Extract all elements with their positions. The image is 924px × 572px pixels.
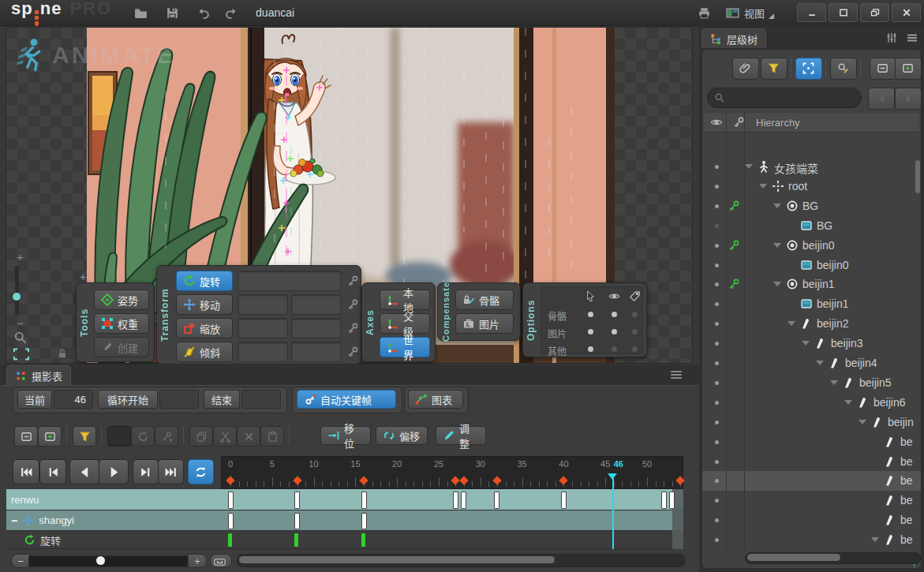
keyframe-diamond[interactable] (451, 476, 459, 484)
expander-icon[interactable] (773, 204, 781, 208)
tree-row-beijin0[interactable]: beijin0 (702, 236, 921, 256)
tree-row-beijin6[interactable]: beijin6 (702, 393, 921, 413)
tree-row-beijin0[interactable]: beijin0 (702, 256, 921, 275)
shift-button[interactable]: 移位 (320, 426, 371, 445)
clean-keys-button[interactable] (155, 426, 178, 447)
visibility-dot[interactable] (715, 185, 719, 189)
visibility-dot[interactable] (715, 401, 719, 405)
options-dot[interactable] (588, 329, 593, 335)
keyframe-bar[interactable] (294, 513, 300, 529)
transform-button-rotate[interactable]: 旋转 (176, 271, 233, 291)
key-button[interactable] (346, 298, 359, 311)
options-dot[interactable] (588, 312, 593, 317)
expand-all-button[interactable] (895, 58, 922, 80)
lock-icon[interactable] (57, 348, 68, 359)
key-button[interactable] (346, 275, 359, 287)
transform-value-field-y[interactable] (291, 318, 342, 338)
keyframe-diamond[interactable] (559, 476, 568, 484)
search-prev-button[interactable] (868, 88, 895, 110)
expand-all-button[interactable] (38, 426, 62, 447)
search-next-button[interactable] (895, 88, 922, 110)
loop-button[interactable] (188, 459, 214, 484)
play-back-button[interactable] (69, 459, 99, 484)
axes-button-2[interactable]: 世界 (380, 337, 430, 357)
rotate-keyframe[interactable] (361, 533, 365, 547)
tree-row-beijin2[interactable]: beijin2 (702, 314, 921, 334)
visibility-dot[interactable] (715, 538, 719, 542)
delete-button[interactable] (237, 426, 260, 447)
timeline-zoom-handle[interactable] (96, 556, 105, 565)
visibility-dot[interactable] (715, 282, 719, 286)
keyframe-bar[interactable] (494, 492, 499, 509)
key-button[interactable] (346, 322, 359, 335)
zoom-slider[interactable] (15, 266, 19, 315)
compensate-button-1[interactable]: 图片 (455, 313, 514, 334)
options-dot[interactable] (632, 312, 638, 317)
timeline-ruler[interactable]: 0510152025303540455046 (221, 456, 683, 489)
track-row-2[interactable]: −shangyi (6, 510, 683, 531)
visibility-dot[interactable] (715, 302, 719, 306)
keyframe-bar[interactable] (228, 492, 234, 509)
tree-row-beijin4[interactable]: beijin4 (702, 353, 921, 373)
prev-key-button[interactable] (39, 459, 66, 484)
expander-icon[interactable] (787, 321, 795, 326)
expander-icon[interactable] (844, 400, 852, 405)
visibility-dot[interactable] (715, 381, 719, 385)
expander-icon[interactable] (802, 341, 810, 346)
axes-button-0[interactable]: 本地 (380, 290, 430, 310)
tree-row-beijin1[interactable]: beijin1 (702, 294, 921, 314)
visibility-dot[interactable] (715, 204, 719, 208)
compensate-button-0[interactable]: 骨骼 (455, 290, 514, 310)
collapse-all-button[interactable] (870, 58, 896, 80)
save-icon[interactable] (164, 5, 180, 21)
ruler-units-button[interactable] (210, 554, 232, 568)
expander-icon[interactable] (773, 282, 781, 286)
dopesheet-menu-icon[interactable] (669, 368, 683, 382)
tool-button-weight[interactable]: 权重 (94, 313, 149, 334)
visibility-dot[interactable] (715, 165, 719, 169)
zoom-in-icon[interactable]: + (17, 250, 24, 264)
filter-button[interactable] (73, 426, 96, 447)
folder-open-icon[interactable] (133, 5, 148, 21)
transform-value-field-x[interactable] (238, 318, 288, 338)
playhead[interactable] (612, 473, 614, 549)
keyframe-diamond[interactable] (459, 476, 468, 484)
visibility-dot[interactable] (715, 264, 719, 267)
options-dot[interactable] (612, 312, 617, 317)
options-dot[interactable] (588, 346, 593, 352)
tree-vscrollbar[interactable] (915, 160, 920, 193)
export-icon[interactable] (696, 5, 712, 21)
expander-icon[interactable] (773, 243, 781, 248)
filter-button[interactable] (761, 58, 787, 80)
keyframe-bar[interactable] (561, 492, 567, 509)
timeline-zoom-out[interactable]: − (11, 554, 30, 568)
skip-start-button[interactable] (13, 459, 39, 484)
tree-row-be[interactable]: be (702, 471, 921, 491)
axes-button-1[interactable]: 父级 (380, 313, 430, 334)
playhead-handle[interactable] (608, 473, 617, 480)
end-field[interactable] (241, 390, 281, 409)
search-input[interactable] (707, 88, 862, 108)
visibility-dot[interactable] (715, 518, 719, 522)
paperclip-button[interactable] (732, 58, 759, 80)
options-dot[interactable] (612, 346, 617, 352)
visibility-dot[interactable] (715, 322, 719, 326)
visibility-dot[interactable] (715, 421, 719, 424)
focus-button[interactable] (795, 58, 822, 80)
transform-button-scale[interactable]: 缩放 (176, 318, 233, 338)
timeline-hscrollbar[interactable] (237, 554, 685, 567)
keyframe-bar[interactable] (453, 492, 458, 509)
tree-row-BG[interactable]: BG (702, 196, 921, 216)
keyframe-bar[interactable] (361, 492, 367, 509)
keyframe-bar[interactable] (661, 492, 667, 509)
tree-row-be[interactable]: be (702, 530, 921, 550)
undo-icon[interactable] (196, 5, 211, 21)
adjust-button[interactable]: 调整 (436, 426, 486, 445)
transform-value-field-y[interactable] (291, 342, 342, 362)
tree-row-root[interactable]: root (702, 177, 921, 196)
paste-button[interactable] (260, 426, 284, 447)
next-key-button[interactable] (133, 459, 159, 484)
visibility-dot[interactable] (715, 342, 719, 346)
keyframe-bar[interactable] (461, 492, 466, 509)
tree-row-beijin[interactable]: beijin (702, 413, 921, 432)
